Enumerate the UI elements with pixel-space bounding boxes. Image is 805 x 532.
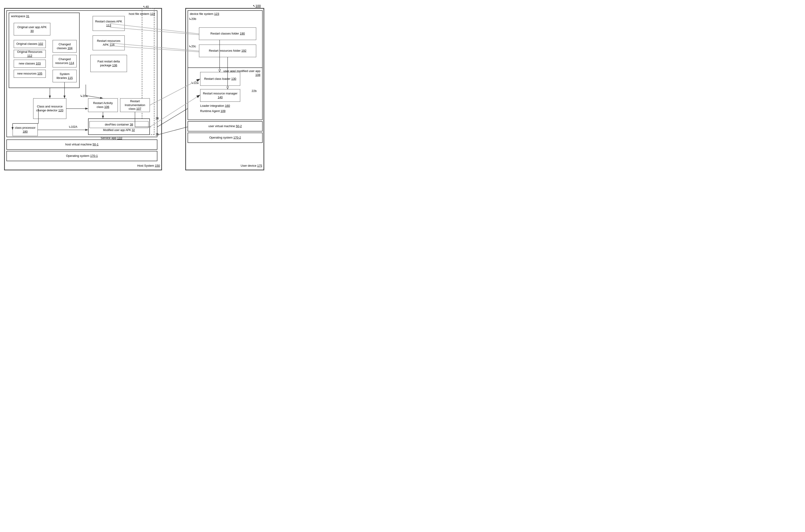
system-libraries-box: System libraries 115 [53, 70, 77, 82]
ref-20c-label: ↳20c [189, 44, 196, 48]
original-resources-box: Original Resources 112 [14, 50, 46, 58]
class-processor-box: class processor 180 [13, 124, 38, 136]
host-vm-box: host virtual machine 50-1 [6, 139, 158, 150]
ref-40-dashed-box [142, 8, 154, 135]
service-app-inner-box: dexFiles container 38 Modified user app … [88, 118, 150, 135]
ref-26-label: 26 [155, 117, 159, 120]
new-resources-box: new resources 105 [14, 70, 46, 78]
diagram: ↖100 Host System 150 User device 175 hos… [0, 0, 268, 177]
loader-integration-label: Loader integration 160 [200, 104, 230, 108]
restart-resource-manager-box: Restart resource manager 140 [200, 89, 240, 102]
restart-instrumentation-box: Restart Instrumentation class 107 [120, 98, 150, 112]
restart-class-loader-box: Restart class loader 130 [200, 72, 240, 86]
runtime-agent-label: Runtime Agent 109 [200, 109, 225, 113]
ref-20b-label: ↳20b [189, 17, 196, 21]
ref-20a-label: ↳20a [80, 94, 88, 98]
ref-25-label: 25 [155, 133, 159, 136]
fast-restart-delta-box: Fast restart delta package 136 [90, 55, 127, 72]
service-app-label: Service app 110 [100, 136, 122, 140]
restart-classes-folder-box: Restart classes folder 190 [199, 27, 256, 40]
ref-22a-label: ↳22a [191, 81, 199, 84]
dex-files-box: dexFiles container 38 [89, 121, 148, 128]
new-classes-box: new classes 103 [14, 60, 46, 68]
ref-102a-label: ↳102A [69, 125, 77, 129]
restart-resources-folder-box: Restart resources folder 192 [199, 44, 256, 57]
restart-resources-apk-box: Restart resources APK 116 [93, 35, 125, 50]
changed-classes-box: Changed classes 104 [53, 40, 77, 53]
ref-40-label: ↖40 [143, 5, 149, 8]
user-vm-box: user virtual machine 50-2 [187, 121, 262, 131]
changed-resources-box: Changed resources 114 [53, 55, 77, 68]
class-resource-detector-box: Class and resource change detector 120 [33, 98, 66, 119]
title-ref: ↖100 [253, 4, 261, 8]
ref-22b-label: 22b [252, 89, 257, 93]
original-user-app-box: Original user app APK 30 [14, 23, 50, 35]
original-classes-box: Original classes 102 [14, 40, 46, 48]
restart-classes-apk-box: Restart classes APK 113 [93, 16, 125, 31]
restart-activity-class-box: Restart Activity class 106 [88, 98, 118, 112]
os-2-box: Operating system 170-2 [187, 133, 262, 143]
os-1-box: Operating system 170-1 [6, 151, 158, 161]
